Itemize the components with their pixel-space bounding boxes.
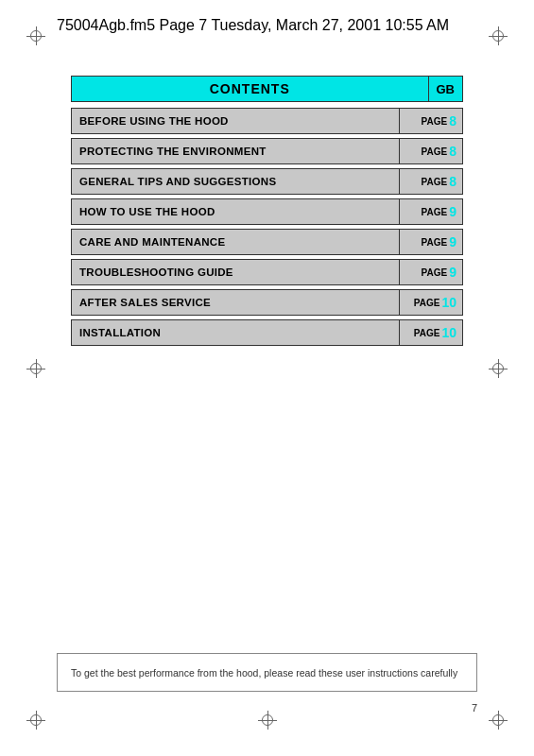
toc-table: BEFORE USING THE HOOD PAGE 8 PROTECTING … (71, 108, 463, 346)
toc-page-prefix-3: PAGE (422, 207, 448, 217)
crosshair-top-right (489, 26, 508, 45)
gb-label: GB (437, 82, 456, 96)
toc-row-0: BEFORE USING THE HOOD PAGE 8 (71, 108, 463, 134)
contents-title: CONTENTS (210, 81, 290, 96)
toc-label-1: PROTECTING THE ENVIRONMENT (79, 146, 267, 157)
toc-page-num-0: 8 (449, 113, 456, 129)
toc-label-2: GENERAL TIPS AND SUGGESTIONS (79, 176, 276, 187)
toc-page-num-3: 9 (449, 204, 456, 219)
toc-row-2: GENERAL TIPS AND SUGGESTIONS PAGE 8 (71, 168, 463, 195)
toc-page-num-6: 10 (441, 295, 456, 310)
toc-page-prefix-6: PAGE (414, 298, 440, 308)
contents-title-cell: CONTENTS (71, 76, 428, 102)
toc-page-prefix-5: PAGE (422, 267, 448, 278)
crosshair-bot-right (489, 711, 508, 730)
header-filename: 75004Agb.fm5 Page 7 Tuesday, March 27, 2… (57, 17, 449, 34)
crosshair-mid-left (26, 359, 45, 378)
toc-page-prefix-1: PAGE (422, 146, 448, 157)
toc-page-num-2: 8 (449, 174, 456, 189)
toc-page-num-1: 8 (449, 144, 456, 159)
toc-row-7: INSTALLATION PAGE 10 (71, 319, 463, 346)
toc-label-7: INSTALLATION (79, 327, 161, 338)
page-container: 75004Agb.fm5 Page 7 Tuesday, March 27, 2… (0, 0, 534, 756)
main-content: CONTENTS GB BEFORE USING THE HOOD PAGE 8 (71, 76, 463, 350)
toc-page-prefix-2: PAGE (422, 177, 448, 187)
header-bar: 75004Agb.fm5 Page 7 Tuesday, March 27, 2… (57, 17, 477, 34)
bottom-note-box: To get the best performance from the hoo… (57, 653, 477, 692)
gb-cell: GB (428, 76, 464, 102)
crosshair-bot-center (258, 711, 277, 730)
toc-label-6: AFTER SALES SERVICE (79, 297, 211, 308)
bottom-note-text: To get the best performance from the hoo… (71, 667, 457, 679)
toc-label-0: BEFORE USING THE HOOD (79, 115, 229, 127)
toc-row-1: PROTECTING THE ENVIRONMENT PAGE 8 (71, 138, 463, 164)
toc-page-num-7: 10 (441, 325, 456, 340)
toc-label-3: HOW TO USE THE HOOD (79, 206, 215, 217)
toc-row-5: TROUBLESHOOTING GUIDE PAGE 9 (71, 259, 463, 285)
toc-row-6: AFTER SALES SERVICE PAGE 10 (71, 289, 463, 316)
page-number: 7 (472, 702, 477, 713)
toc-page-num-5: 9 (449, 265, 456, 280)
toc-label-5: TROUBLESHOOTING GUIDE (79, 266, 233, 278)
toc-row-4: CARE AND MAINTENANCE PAGE 9 (71, 229, 463, 255)
crosshair-bot-left (26, 711, 45, 730)
toc-page-prefix-7: PAGE (414, 328, 440, 338)
crosshair-mid-right (489, 359, 508, 378)
contents-header-row: CONTENTS GB (71, 76, 463, 102)
toc-label-4: CARE AND MAINTENANCE (79, 236, 225, 248)
toc-page-prefix-4: PAGE (422, 237, 448, 248)
toc-page-num-4: 9 (449, 234, 456, 249)
crosshair-top-left (26, 26, 45, 45)
toc-row-3: HOW TO USE THE HOOD PAGE 9 (71, 198, 463, 225)
toc-page-prefix-0: PAGE (422, 116, 448, 127)
